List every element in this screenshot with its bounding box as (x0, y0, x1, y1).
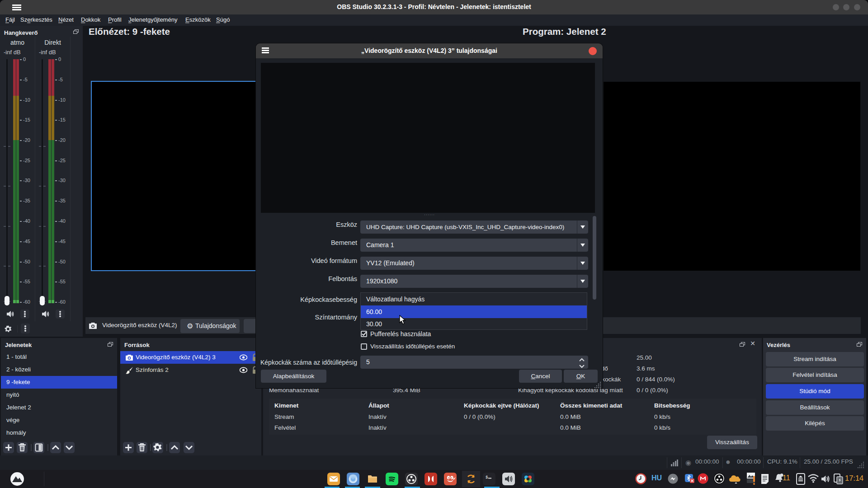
svg-text:$: $ (486, 475, 488, 480)
